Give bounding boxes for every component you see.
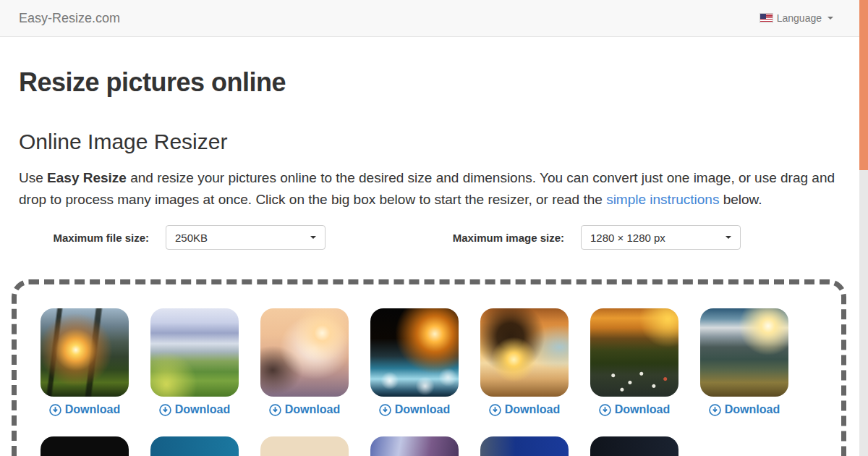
intro-bold: Easy Resize — [47, 170, 127, 185]
thumbnail-dark-navy[interactable] — [590, 436, 678, 456]
image-cell: Download — [370, 308, 459, 416]
image-cell: Download — [700, 308, 788, 416]
caret-down-icon — [726, 236, 731, 239]
file-size-select[interactable]: 250KB — [166, 225, 326, 250]
download-label: Download — [65, 403, 120, 416]
simple-instructions-link[interactable]: simple instructions — [606, 192, 719, 207]
download-icon — [709, 404, 721, 416]
caret-down-icon — [827, 17, 833, 20]
resize-options: Maximum file size: 250KB Maximum image s… — [19, 225, 849, 250]
page-title: Resize pictures online — [19, 67, 849, 98]
thumbnail-mountain-lake-sunrise[interactable] — [700, 308, 788, 397]
file-size-group: Maximum file size: 250KB — [19, 225, 434, 250]
download-button[interactable]: Download — [489, 403, 560, 416]
download-icon — [159, 404, 171, 416]
download-label: Download — [505, 403, 560, 416]
intro-text-3: below. — [719, 192, 762, 207]
main-content: Resize pictures online Online Image Resi… — [0, 67, 868, 250]
thumbnail-mountain-sky[interactable] — [370, 436, 459, 456]
brand[interactable]: Easy-Resize.com — [19, 11, 120, 26]
download-button[interactable]: Download — [49, 403, 120, 416]
image-cell: Download — [590, 308, 678, 416]
download-label: Download — [285, 403, 340, 416]
thumbnail-teal-ocean[interactable] — [150, 436, 239, 456]
thumbnail-row-2 — [41, 436, 841, 456]
thumbnail-row: Download Download Download Download — [41, 308, 841, 416]
thumbnail-sand-beige[interactable] — [260, 436, 349, 456]
thumbnail-ocean-wave-sunset[interactable] — [260, 308, 349, 397]
section-title: Online Image Resizer — [19, 130, 849, 154]
download-label: Download — [395, 403, 450, 416]
image-cell: Download — [480, 308, 569, 416]
thumbnail-green-hills[interactable] — [150, 308, 239, 397]
download-button[interactable]: Download — [709, 403, 780, 416]
download-button[interactable]: Download — [379, 403, 450, 416]
image-size-select[interactable]: 1280 × 1280 px — [581, 225, 741, 250]
us-flag-icon — [760, 14, 773, 22]
download-label: Download — [175, 403, 230, 416]
thumbnail-forest-sunrise[interactable] — [41, 308, 129, 397]
caret-down-icon — [310, 236, 316, 239]
download-button[interactable]: Download — [599, 403, 670, 416]
intro-text-1: Use — [19, 170, 47, 185]
download-label: Download — [615, 403, 670, 416]
thumbnail-dark-night[interactable] — [41, 436, 129, 456]
download-label: Download — [725, 403, 780, 416]
download-icon — [269, 404, 281, 416]
thumbnail-palm-beach-sunset[interactable] — [480, 308, 569, 397]
page-scrollbar[interactable] — [859, 0, 868, 456]
image-size-label: Maximum image size: — [434, 232, 564, 244]
image-size-value: 1280 × 1280 px — [590, 232, 665, 244]
download-icon — [489, 404, 501, 416]
image-cell: Download — [150, 308, 239, 416]
download-button[interactable]: Download — [159, 403, 230, 416]
thumbnail-earth-from-space[interactable] — [370, 308, 459, 397]
thumbnail-deep-blue-sea[interactable] — [480, 436, 569, 456]
file-size-value: 250KB — [175, 232, 208, 244]
image-cell: Download — [41, 308, 129, 416]
download-icon — [49, 404, 61, 416]
download-icon — [379, 404, 391, 416]
image-size-group: Maximum image size: 1280 × 1280 px — [434, 225, 849, 250]
scrollbar-thumb[interactable] — [859, 0, 868, 170]
intro-paragraph: Use Easy Resize and resize your pictures… — [19, 167, 836, 211]
drop-zone[interactable]: Download Download Download Download — [12, 279, 846, 456]
language-label: Language — [777, 12, 822, 24]
navbar: Easy-Resize.com Language — [0, 0, 868, 37]
download-button[interactable]: Download — [269, 403, 340, 416]
download-icon — [599, 404, 611, 416]
thumbnail-village-sunset[interactable] — [590, 308, 678, 397]
file-size-label: Maximum file size: — [19, 232, 149, 244]
image-cell: Download — [260, 308, 349, 416]
language-dropdown[interactable]: Language — [760, 12, 833, 24]
